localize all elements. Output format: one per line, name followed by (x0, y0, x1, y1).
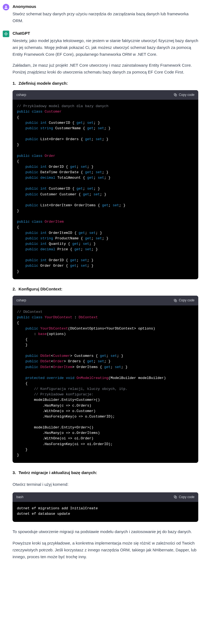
code-header-2: csharp Copy code (13, 296, 198, 305)
code-header-1: csharp Copy code (13, 90, 198, 100)
svg-point-2 (6, 32, 7, 33)
code-lang-2: csharp (16, 298, 26, 303)
code-header-3: bash Copy code (13, 492, 198, 502)
closing-p1: To spowoduje utworzenie migracji na pods… (13, 528, 198, 535)
step-2: Konfiguruj DbContext: csharp Copy code /… (19, 286, 198, 463)
step-3: Twórz migracje i aktualizuj bazę danych: (19, 469, 198, 476)
user-text: Stwórz schemat bazy danych przy użyciu n… (13, 11, 198, 24)
open-terminal-text: Otwórz terminal i użyj komend: (13, 481, 198, 488)
code-body-2[interactable]: // DbContext public class YourDbContext … (13, 305, 198, 463)
code-block-2: csharp Copy code // DbContext public cla… (13, 296, 198, 463)
copy-code-button-2[interactable]: Copy code (173, 298, 194, 303)
user-author: Anonymous (13, 3, 198, 10)
svg-point-4 (4, 34, 5, 34)
code-lang-3: bash (16, 495, 23, 500)
svg-point-5 (7, 34, 8, 34)
code-lang-1: csharp (16, 92, 26, 98)
step-1: Zdefiniuj modele danych: csharp Copy cod… (19, 80, 198, 279)
intro-p1: Niestety, jako model języka tekstowego, … (13, 37, 198, 58)
user-message: Anonymous Stwórz schemat bazy danych prz… (0, 2, 201, 29)
assistant-avatar-icon (3, 31, 9, 37)
step-2-title: Konfiguruj DbContext: (19, 286, 198, 293)
copy-code-button-1[interactable]: Copy code (173, 92, 194, 98)
assistant-message: ChatGPT Niestety, jako model języka teks… (0, 29, 201, 565)
code-body-1[interactable]: // Przykładowy model danych dla bazy dan… (13, 100, 198, 279)
assistant-text: Niestety, jako model języka tekstowego, … (13, 37, 198, 560)
code-body-3[interactable]: dotnet ef migrations add InitialCreate d… (13, 502, 198, 522)
copy-icon (173, 93, 177, 97)
intro-p2: Zakładam, że masz już projekt .NET Core … (13, 62, 198, 76)
assistant-author: ChatGPT (13, 30, 198, 37)
svg-point-0 (5, 6, 7, 7)
code-block-3: bash Copy code dotnet ef migrations add … (13, 492, 198, 522)
closing-p2: Powyższe kroki są przykładowe, a konkret… (13, 540, 198, 560)
copy-icon (173, 299, 177, 302)
step-3-title: Twórz migracje i aktualizuj bazę danych: (19, 469, 198, 476)
svg-point-3 (6, 35, 7, 36)
step-1-title: Zdefiniuj modele danych: (19, 80, 198, 87)
svg-point-1 (5, 33, 7, 35)
copy-icon (173, 495, 177, 499)
code-block-1: csharp Copy code // Przykładowy model da… (13, 90, 198, 279)
copy-code-button-3[interactable]: Copy code (173, 495, 194, 500)
user-avatar-icon (3, 4, 9, 10)
